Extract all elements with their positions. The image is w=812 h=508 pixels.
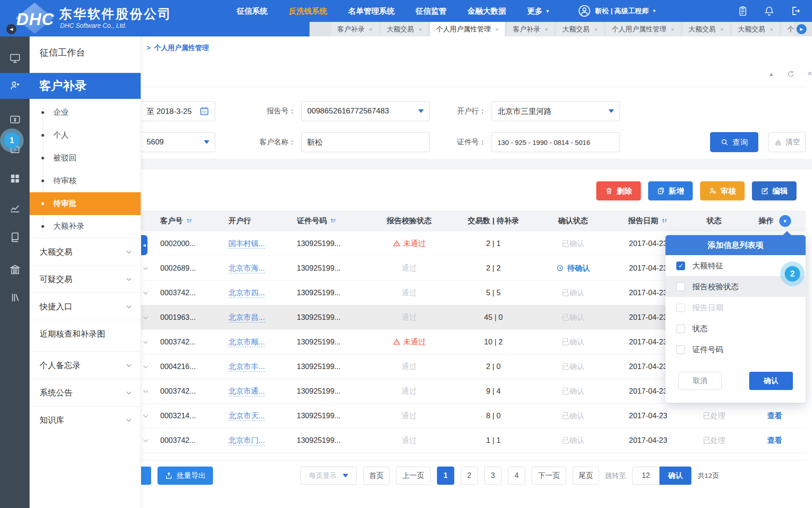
close-tab-icon[interactable]: × [545,26,548,32]
last-page-button[interactable]: 尾页 [573,467,599,485]
bank-link[interactable]: 北京市天... [228,411,265,421]
bank-link[interactable]: 北京市丰... [228,362,265,372]
delete-button[interactable]: 删除 [596,181,641,200]
prev-page-button[interactable]: 上一页 [396,467,431,485]
apps-grid-icon[interactable] [9,173,21,185]
col-id-no[interactable]: 证件号码 [293,216,366,226]
col-state[interactable]: 状态 [685,216,744,226]
checkbox-icon[interactable] [676,303,685,312]
page-number-button[interactable]: 4 [508,467,525,485]
view-link[interactable]: 查看 [744,411,806,421]
sidebar-section-item[interactable]: 大额交易 [30,238,141,265]
clear-button[interactable]: 清空 [768,132,806,152]
sidebar-sub-item[interactable]: 待审核 [30,169,141,192]
col-check-status[interactable]: 报告校验状态 [366,216,452,226]
page-number-button[interactable]: 1 [437,467,454,485]
row-expander[interactable] [141,265,157,272]
page-number-button[interactable]: 2 [461,467,478,485]
close-icon[interactable]: × [807,69,812,78]
add-button[interactable]: 新增 [648,181,693,200]
sidebar-section-item[interactable]: 系统公告 [30,379,141,406]
checkbox-icon[interactable] [676,262,685,270]
column-option[interactable]: 证件号码 [665,339,806,360]
top-nav-item[interactable]: 金融大数据 ▼ [467,6,506,16]
page-number-button[interactable]: 3 [484,467,502,485]
sidebar-sub-item[interactable]: 待审批 [30,192,141,215]
avatar-icon[interactable] [578,5,591,17]
close-tab-icon[interactable]: × [495,26,499,32]
breadcrumb-label[interactable]: 个人用户属性管理 [154,44,209,51]
first-page-button[interactable]: 首页 [363,467,390,485]
checkbox-icon[interactable] [676,282,685,291]
page-tab[interactable]: 大额交易 × [732,22,779,36]
row-expander[interactable] [141,388,157,395]
row-expander[interactable] [141,339,157,346]
sidebar-section-item[interactable]: 可疑交易 [30,265,141,292]
bank-link[interactable]: 国丰村镇... [228,239,265,249]
query-button[interactable]: 查询 [710,132,758,152]
sidebar-section-item[interactable]: 近期核查和补录图 [30,320,141,347]
checkbox-icon[interactable] [676,324,685,333]
row-expander[interactable] [141,314,157,321]
col-report-date[interactable]: 报告日期 [612,216,685,226]
top-nav-item[interactable]: 征信监管 ▼ [416,6,447,16]
page-size-select[interactable]: 每页显示 [300,467,357,485]
desktop-icon[interactable] [9,52,21,64]
jump-confirm-button[interactable]: 确认 [660,467,691,485]
sidebar-sub-item[interactable]: 企业 [30,101,141,124]
report-no-select[interactable]: 0098652616772567483 [301,101,430,121]
close-tab-icon[interactable]: × [721,26,724,32]
sidebar-item-customer-supplement[interactable]: 客户补录 [30,73,141,99]
calendar-icon[interactable] [199,106,209,116]
audit-button[interactable]: 审核 [700,181,745,200]
top-nav-item[interactable]: 名单管理系统 ▼ [348,6,395,16]
page-tab[interactable]: 个 × [782,22,794,36]
customer-search-icon[interactable] [9,80,21,92]
collapse-icon[interactable]: ▲ [768,71,774,77]
col-customer-no[interactable]: 客户号 [157,216,225,226]
close-tab-icon[interactable]: × [671,26,675,32]
table-row[interactable]: 0003214... 北京市天... 130925199... 通过 8 | 0… [141,404,806,428]
logout-icon[interactable] [790,5,801,16]
edit-button[interactable]: 编辑 [752,181,797,200]
date-range-field[interactable]: 至 2018-3-25 [141,101,215,121]
col-confirm-status[interactable]: 确认状态 [534,216,612,226]
view-link[interactable]: 查看 [744,436,806,446]
close-tab-icon[interactable]: × [770,26,773,32]
next-page-button[interactable]: 下一页 [532,467,566,485]
page-tab[interactable]: 个人用户属性管理 × [606,22,680,36]
page-tab[interactable]: 大额交易 × [683,22,730,36]
row-expander[interactable] [141,412,157,420]
sidebar-section-item[interactable]: 快捷入口 [30,292,141,320]
archive-icon[interactable] [9,264,21,276]
cancel-button[interactable]: 取消 [678,372,722,390]
column-settings-button[interactable]: ▼ [779,215,791,227]
bank-link[interactable]: 北京市门... [228,436,265,446]
row-expander[interactable] [141,363,157,370]
sidebar-sub-item[interactable]: 大额补录 [30,215,141,238]
tabs-scroll-right-button[interactable]: ▶ [797,24,807,34]
page-tab[interactable]: 个人用户属性管理 × [430,22,505,36]
book-icon[interactable] [9,231,21,243]
bank-link[interactable]: 北京市顺... [228,338,265,347]
checkbox-icon[interactable] [676,345,685,354]
refresh-icon[interactable] [787,70,795,78]
sidebar-sub-item[interactable]: 被驳回 [30,147,141,169]
customer-name-input[interactable]: 靳松 [301,132,430,152]
user-chevron-down-icon[interactable]: ▼ [652,9,656,13]
user-name[interactable]: 靳松 | 高级工程师 [595,7,649,15]
sidebar-sub-item[interactable]: 个人 [30,124,141,147]
confirm-button[interactable]: 确认 [749,372,793,390]
page-tab[interactable]: 大额交易 × [556,22,604,36]
bell-icon[interactable] [764,5,775,16]
row-expander[interactable] [141,437,157,444]
sidebar-section-item[interactable]: 个人备忘录 [30,351,141,379]
top-nav-item[interactable]: 反洗钱系统 ▼ [289,6,327,16]
page-tab[interactable]: 大额交易 × [381,22,428,36]
tabs-scroll-left-button[interactable]: ◀ [6,24,16,34]
card-yen-icon[interactable] [9,113,21,125]
jump-page-input[interactable]: 12 [632,467,660,485]
bank-link[interactable]: 北京市通... [228,387,265,396]
top-nav-item[interactable]: 更多 ▼ [527,6,550,16]
column-option[interactable]: 报告日期 [665,297,806,318]
